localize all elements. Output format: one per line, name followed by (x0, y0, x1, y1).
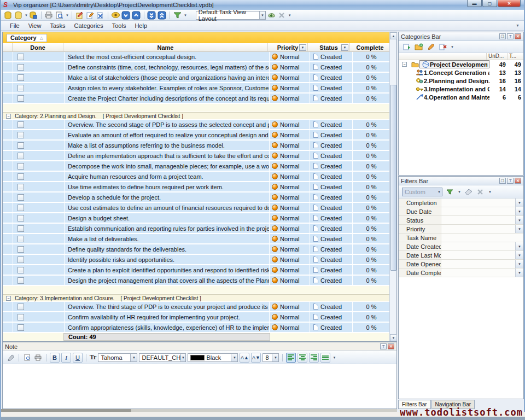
group-collapse-icon[interactable]: − (6, 296, 11, 301)
priority-cell[interactable]: Normal (270, 172, 310, 181)
filter-dropdown-icon[interactable]: ▼ (515, 225, 523, 233)
filter-value-field[interactable] (441, 207, 515, 215)
status-cell[interactable]: Created (310, 172, 352, 181)
priority-cell[interactable]: Normal (270, 255, 310, 264)
group-collapse-icon[interactable]: − (6, 114, 11, 119)
print-preview-dropdown-icon[interactable]: ▼ (66, 14, 69, 17)
status-cell[interactable]: Created (310, 151, 352, 160)
task-name-cell[interactable]: Develop a schedule for the project. (65, 192, 269, 202)
status-cell[interactable]: Created (310, 224, 352, 233)
filter-dropdown-icon[interactable]: ▼ (515, 199, 523, 207)
layout-combo-dropdown-icon[interactable]: ▼ (259, 11, 265, 19)
task-name-cell[interactable]: Confirm appropriateness (skills, knowled… (65, 323, 269, 332)
priority-cell[interactable]: Normal (270, 203, 310, 212)
filter-dropdown-icon[interactable]: ▼ (515, 216, 523, 224)
note-content[interactable] (3, 365, 396, 409)
task-checkbox[interactable] (18, 173, 24, 180)
open-database-dropdown-icon[interactable]: ▼ (25, 14, 28, 17)
priority-cell[interactable]: Normal (270, 161, 310, 171)
apply-note-icon[interactable] (6, 353, 15, 362)
task-row[interactable]: Use cost estimates to define an amount o… (3, 203, 390, 212)
font-name-combo[interactable]: Tahoma ▼ (98, 353, 137, 362)
print-preview-icon[interactable] (55, 10, 64, 20)
priority-cell[interactable]: Normal (270, 62, 310, 72)
header-complete[interactable]: Complete (350, 43, 390, 52)
delete-task-icon[interactable] (96, 10, 105, 20)
task-checkbox[interactable] (18, 121, 24, 128)
font-color-dropdown-icon[interactable]: ▼ (231, 354, 237, 361)
status-cell[interactable]: Created (310, 161, 352, 171)
delete-filter-icon[interactable] (476, 187, 485, 196)
status-cell[interactable]: Created (310, 94, 352, 103)
group-by-category-chip[interactable]: Category △ (7, 34, 47, 42)
status-cell[interactable]: Created (310, 213, 352, 223)
filters-pin-icon[interactable]: ⊤ (507, 178, 514, 184)
priority-cell[interactable]: Normal (270, 120, 310, 129)
note-close-icon[interactable]: ✕ (388, 343, 394, 349)
scroll-up-icon[interactable]: ▲ (390, 32, 397, 39)
status-cell[interactable]: Created (310, 255, 352, 264)
align-right-button[interactable] (309, 353, 319, 363)
task-checkbox[interactable] (18, 304, 24, 310)
task-checkbox[interactable] (18, 85, 24, 91)
header-priority[interactable]: Priority ▼ (268, 43, 308, 52)
task-row[interactable]: Make a list of stakeholders (those peopl… (3, 73, 390, 82)
task-name-cell[interactable]: Define quality standards for the deliver… (65, 244, 269, 254)
delete-layout-icon[interactable] (277, 10, 287, 20)
filter-value-field[interactable] (441, 234, 523, 242)
align-center-button[interactable] (298, 353, 307, 363)
priority-cell[interactable]: Normal (270, 182, 310, 191)
menu-file[interactable]: File (5, 21, 24, 30)
save-filter-dropdown-icon[interactable]: ▼ (458, 190, 461, 194)
view-filter-icon[interactable] (173, 10, 182, 20)
status-filter-dropdown-icon[interactable]: ▼ (341, 44, 348, 51)
task-checkbox[interactable] (18, 246, 24, 253)
task-view-layout-combo[interactable]: Default Task View Layout ▼ (196, 11, 266, 20)
task-checkbox[interactable] (18, 277, 24, 284)
priority-cell[interactable]: Normal (270, 302, 310, 311)
task-name-cell[interactable]: Make a list of stakeholders (those peopl… (65, 73, 269, 82)
task-checkbox[interactable] (18, 54, 24, 60)
priority-cell[interactable]: Normal (270, 276, 310, 285)
priority-cell[interactable]: Normal (270, 141, 310, 150)
filter-value-field[interactable] (441, 225, 515, 233)
maximize-button[interactable]: ▢ (482, 0, 497, 7)
status-cell[interactable]: Created (310, 62, 352, 72)
category-tree-item[interactable]: 3.Implementation and Closure.1414 (399, 85, 523, 93)
task-name-cell[interactable]: Make a list of assumptions referring to … (65, 141, 269, 150)
layout-toolbar-overflow-icon[interactable]: ▼ (288, 14, 291, 17)
font-size-combo[interactable]: 8 ▼ (262, 353, 279, 362)
task-row[interactable]: Acquire human resources and form a proje… (3, 172, 390, 181)
task-row[interactable]: Identify possible risks and opportunitie… (3, 255, 390, 264)
status-cell[interactable]: Created (310, 182, 352, 191)
task-name-cell[interactable]: Confirm availability of HR required for … (65, 312, 269, 322)
menu-tools[interactable]: Tools (108, 21, 131, 30)
task-name-cell[interactable]: Decompose the work into small, manageabl… (65, 161, 269, 171)
category-tree-item[interactable]: 2.Planning and Design.1616 (399, 77, 523, 85)
scrollbar-thumb[interactable] (390, 85, 396, 271)
underline-button[interactable]: U (73, 353, 83, 363)
status-cell[interactable]: Created (310, 312, 352, 322)
collapse-all-icon[interactable] (158, 10, 167, 20)
status-cell[interactable]: Created (310, 120, 352, 129)
header-done[interactable]: Done (13, 43, 63, 52)
filter-dropdown-icon[interactable]: ▼ (515, 260, 523, 268)
task-name-cell[interactable]: Create a plan to exploit identified oppo… (65, 265, 269, 275)
task-checkbox[interactable] (18, 324, 24, 331)
task-row[interactable]: Overview. The second stage of PDP is to … (3, 120, 390, 129)
priority-cell[interactable]: Normal (270, 192, 310, 202)
filter-preset-dropdown-icon[interactable]: ▼ (438, 190, 442, 194)
task-checkbox[interactable] (18, 184, 24, 190)
menu-categories[interactable]: Categories (70, 21, 108, 30)
filters-close-icon[interactable]: ✕ (515, 178, 521, 184)
font-name-dropdown-icon[interactable]: ▼ (130, 354, 137, 361)
category-group-header[interactable]: −Category: 3.Implementation and Closure.… (3, 294, 390, 301)
priority-cell[interactable]: Normal (270, 151, 310, 160)
scroll-down-icon[interactable]: ▼ (390, 334, 397, 341)
task-checkbox[interactable] (18, 215, 24, 221)
status-cell[interactable]: Created (310, 276, 352, 285)
task-row[interactable]: Assign roles to every stakeholder. Examp… (3, 83, 390, 92)
task-row[interactable]: Define constraints (time, cost, technolo… (3, 62, 390, 72)
categories-toolbar-overflow-icon[interactable]: ▼ (451, 45, 454, 49)
close-button[interactable]: ✕ (498, 0, 521, 7)
